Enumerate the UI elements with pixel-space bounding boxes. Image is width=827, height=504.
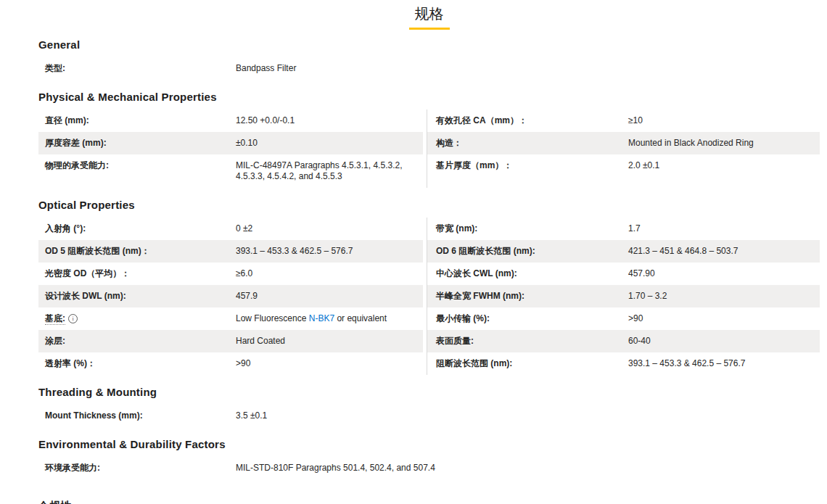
spec-row: 物理的承受能力:MIL-C-48497A Paragraphs 4.5.3.1,… xyxy=(38,154,820,188)
spec-label: 有效孔径 CA（mm）： xyxy=(427,110,628,132)
spec-value: 1.7 xyxy=(628,218,820,240)
spec-value: 393.1 – 453.3 & 462.5 – 576.7 xyxy=(628,352,820,375)
spec-value: 457.90 xyxy=(628,263,820,285)
row-half-left: 基底:iLow Fluorescence N-BK7 or equivalent xyxy=(38,307,423,330)
spec-value: 3.5 ±0.1 xyxy=(236,405,820,427)
row-half-right: 带宽 (nm):1.7 xyxy=(427,218,820,240)
spec-label: 厚度容差 (mm): xyxy=(38,132,236,154)
row-half-left: Mount Thickness (mm):3.5 ±0.1 xyxy=(38,405,820,427)
spec-section-compliance: 合规性RoHS 2015:符合标准Reach 209:符合标准Certifica… xyxy=(38,500,820,504)
spec-sections: General类型:Bandpass FilterPhysical & Mech… xyxy=(38,38,820,504)
section-heading-environmental: Environmental & Durability Factors xyxy=(38,438,820,450)
row-half-right: 中心波长 CWL (nm):457.90 xyxy=(427,263,820,285)
spec-label: OD 5 阻断波长范围 (nm)： xyxy=(38,240,236,263)
spec-table: 类型:Bandpass Filter xyxy=(38,57,820,80)
row-half-left: 涂层:Hard Coated xyxy=(38,330,423,352)
spec-label: 表面质量: xyxy=(427,330,628,352)
spec-label: 阻断波长范围 (nm): xyxy=(427,352,628,375)
spec-label: 环境承受能力: xyxy=(38,457,236,479)
page-title-wrap: 规格 xyxy=(38,4,820,30)
spec-table: 环境承受能力:MIL-STD-810F Paragraphs 501.4, 50… xyxy=(38,457,820,479)
spec-label: 最小传输 (%): xyxy=(427,307,628,330)
spec-label: 物理的承受能力: xyxy=(38,154,236,188)
spec-value: ≥10 xyxy=(628,110,820,132)
spec-value: >90 xyxy=(628,307,820,330)
row-half-right: OD 6 阻断波长范围 (nm):421.3 – 451 & 464.8 – 5… xyxy=(427,240,820,263)
spec-label: 直径 (mm): xyxy=(38,110,236,132)
spec-value: MIL-STD-810F Paragraphs 501.4, 502.4, an… xyxy=(236,457,820,479)
row-half-right: 最小传输 (%):>90 xyxy=(427,307,820,330)
spec-value: 1.70 – 3.2 xyxy=(628,285,820,307)
spec-value: 12.50 +0.0/-0.1 xyxy=(236,110,423,132)
spec-label: 透射率 (%)： xyxy=(38,352,236,375)
row-half-left: 环境承受能力:MIL-STD-810F Paragraphs 501.4, 50… xyxy=(38,457,820,479)
spec-label: 入射角 (°): xyxy=(38,218,236,240)
spec-row: 厚度容差 (mm):±0.10构造：Mounted in Black Anodi… xyxy=(38,132,820,154)
spec-label: 带宽 (nm): xyxy=(427,218,628,240)
spec-value: 421.3 – 451 & 464.8 – 503.7 xyxy=(628,240,820,263)
spec-section-physical: Physical & Mechanical Properties直径 (mm):… xyxy=(38,91,820,188)
section-heading-physical: Physical & Mechanical Properties xyxy=(38,91,820,103)
row-half-right: 表面质量:60-40 xyxy=(427,330,820,352)
section-heading-compliance: 合规性 xyxy=(38,500,820,504)
spec-row: 透射率 (%)：>90阻断波长范围 (nm):393.1 – 453.3 & 4… xyxy=(38,352,820,375)
section-heading-general: General xyxy=(38,38,820,51)
spec-row: 类型:Bandpass Filter xyxy=(38,57,820,80)
spec-value: Hard Coated xyxy=(236,330,423,352)
spec-label: 基片厚度（mm）： xyxy=(427,154,628,188)
page-title: 规格 xyxy=(409,4,450,30)
spec-value: 2.0 ±0.1 xyxy=(628,154,820,188)
spec-table: 直径 (mm):12.50 +0.0/-0.1有效孔径 CA（mm）：≥10厚度… xyxy=(38,110,820,188)
row-half-left: 厚度容差 (mm):±0.10 xyxy=(38,132,423,154)
row-half-left: 入射角 (°):0 ±2 xyxy=(38,218,423,240)
spec-row: 入射角 (°):0 ±2带宽 (nm):1.7 xyxy=(38,218,820,240)
section-heading-threading: Threading & Mounting xyxy=(38,386,820,398)
row-half-left: 透射率 (%)：>90 xyxy=(38,352,423,375)
spec-label-tooltip-text[interactable]: 基底: xyxy=(45,313,65,325)
spec-row: 涂层:Hard Coated表面质量:60-40 xyxy=(38,330,820,352)
row-half-right: 阻断波长范围 (nm):393.1 – 453.3 & 462.5 – 576.… xyxy=(427,352,820,375)
spec-row: 设计波长 DWL (nm):457.9半峰全宽 FWHM (nm):1.70 –… xyxy=(38,285,820,307)
n-bk7-link[interactable]: N-BK7 xyxy=(309,313,334,323)
spec-value: 457.9 xyxy=(236,285,423,307)
row-half-right: 半峰全宽 FWHM (nm):1.70 – 3.2 xyxy=(427,285,820,307)
row-half-left: 直径 (mm):12.50 +0.0/-0.1 xyxy=(38,110,423,132)
spec-row: 基底:iLow Fluorescence N-BK7 or equivalent… xyxy=(38,307,820,330)
spec-value: MIL-C-48497A Paragraphs 4.5.3.1, 4.5.3.2… xyxy=(236,154,423,188)
spec-value: Low Fluorescence N-BK7 or equivalent xyxy=(236,307,423,330)
spec-value: ±0.10 xyxy=(236,132,423,154)
spec-label: 类型: xyxy=(38,57,236,80)
spec-row: 直径 (mm):12.50 +0.0/-0.1有效孔径 CA（mm）：≥10 xyxy=(38,110,820,132)
spec-row: Mount Thickness (mm):3.5 ±0.1 xyxy=(38,405,820,427)
spec-section-threading: Threading & MountingMount Thickness (mm)… xyxy=(38,386,820,427)
spec-value: 0 ±2 xyxy=(236,218,423,240)
spec-table: Mount Thickness (mm):3.5 ±0.1 xyxy=(38,405,820,427)
spec-label: 半峰全宽 FWHM (nm): xyxy=(427,285,628,307)
spec-label: 涂层: xyxy=(38,330,236,352)
spec-section-general: General类型:Bandpass Filter xyxy=(38,38,820,80)
spec-value: Bandpass Filter xyxy=(236,57,820,80)
section-heading-optical: Optical Properties xyxy=(38,199,820,211)
row-half-left: 设计波长 DWL (nm):457.9 xyxy=(38,285,423,307)
row-half-left: 物理的承受能力:MIL-C-48497A Paragraphs 4.5.3.1,… xyxy=(38,154,423,188)
spec-value: >90 xyxy=(236,352,423,375)
spec-section-optical: Optical Properties入射角 (°):0 ±2带宽 (nm):1.… xyxy=(38,199,820,375)
row-half-right: 基片厚度（mm）：2.0 ±0.1 xyxy=(427,154,820,188)
spec-row: 光密度 OD（平均）：≥6.0中心波长 CWL (nm):457.90 xyxy=(38,263,820,285)
spec-label: 中心波长 CWL (nm): xyxy=(427,263,628,285)
substrate-info-icon[interactable]: i xyxy=(68,314,78,323)
spec-label: 设计波长 DWL (nm): xyxy=(38,285,236,307)
row-half-left: 类型:Bandpass Filter xyxy=(38,57,820,80)
spec-page: 规格 General类型:Bandpass FilterPhysical & M… xyxy=(0,0,827,504)
spec-section-environmental: Environmental & Durability Factors环境承受能力… xyxy=(38,438,820,479)
spec-label: 构造： xyxy=(427,132,628,154)
row-half-left: 光密度 OD（平均）：≥6.0 xyxy=(38,263,423,285)
row-half-left: OD 5 阻断波长范围 (nm)：393.1 – 453.3 & 462.5 –… xyxy=(38,240,423,263)
row-half-right: 有效孔径 CA（mm）：≥10 xyxy=(427,110,820,132)
spec-value: 60-40 xyxy=(628,330,820,352)
spec-row: OD 5 阻断波长范围 (nm)：393.1 – 453.3 & 462.5 –… xyxy=(38,240,820,263)
row-half-right: 构造：Mounted in Black Anodized Ring xyxy=(427,132,820,154)
spec-value: 393.1 – 453.3 & 462.5 – 576.7 xyxy=(236,240,423,263)
spec-label: 光密度 OD（平均）： xyxy=(38,263,236,285)
spec-value: ≥6.0 xyxy=(236,263,423,285)
